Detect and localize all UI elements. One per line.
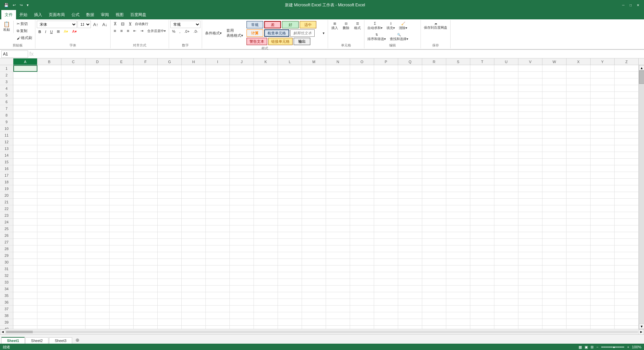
cell-G10[interactable] (158, 125, 182, 132)
cell-A34[interactable] (13, 286, 37, 292)
cell-Q40[interactable] (398, 326, 422, 329)
cell-O5[interactable] (350, 92, 374, 99)
cell-N20[interactable] (326, 192, 350, 199)
cell-W12[interactable] (542, 139, 567, 145)
cell-M3[interactable] (302, 78, 326, 85)
cell-O21[interactable] (350, 199, 374, 205)
cell-T9[interactable] (470, 119, 494, 125)
cell-T3[interactable] (470, 78, 494, 85)
cell-T31[interactable] (470, 266, 494, 272)
cell-K14[interactable] (254, 152, 278, 159)
cell-G21[interactable] (158, 199, 182, 205)
cell-Z16[interactable] (615, 165, 639, 172)
cell-Q24[interactable] (398, 219, 422, 225)
cell-R18[interactable] (422, 179, 446, 185)
row-header-32[interactable]: 32 (0, 272, 13, 279)
cell-C4[interactable] (61, 85, 86, 92)
cell-U3[interactable] (494, 78, 518, 85)
cell-T10[interactable] (470, 125, 494, 132)
cell-Q15[interactable] (398, 159, 422, 165)
row-header-34[interactable]: 34 (0, 286, 13, 292)
cell-P30[interactable] (374, 259, 398, 266)
cell-H27[interactable] (182, 239, 206, 245)
cell-M32[interactable] (302, 272, 326, 279)
cell-A37[interactable] (13, 306, 37, 312)
cell-N40[interactable] (326, 326, 350, 329)
cell-R27[interactable] (422, 239, 446, 245)
cell-M24[interactable] (302, 219, 326, 225)
cell-C26[interactable] (61, 232, 86, 239)
cell-Y12[interactable] (591, 139, 615, 145)
cell-V25[interactable] (518, 225, 542, 232)
cell-N9[interactable] (326, 119, 350, 125)
customize-quick-btn[interactable]: ▾ (25, 2, 30, 8)
cell-H31[interactable] (182, 266, 206, 272)
cell-T38[interactable] (470, 312, 494, 319)
cell-Q4[interactable] (398, 85, 422, 92)
cell-T28[interactable] (470, 245, 494, 252)
cell-Q28[interactable] (398, 245, 422, 252)
cell-M30[interactable] (302, 259, 326, 266)
formula-input[interactable] (35, 51, 643, 57)
cell-T32[interactable] (470, 272, 494, 279)
cell-S32[interactable] (446, 272, 470, 279)
cell-T26[interactable] (470, 232, 494, 239)
cell-O8[interactable] (350, 112, 374, 119)
col-header-M[interactable]: M (302, 58, 326, 65)
cell-V31[interactable] (518, 266, 542, 272)
cell-I9[interactable] (206, 119, 230, 125)
cell-F21[interactable] (134, 199, 158, 205)
cell-L27[interactable] (278, 239, 302, 245)
cell-K28[interactable] (254, 245, 278, 252)
cell-S7[interactable] (446, 105, 470, 112)
cell-W10[interactable] (542, 125, 567, 132)
cell-G8[interactable] (158, 112, 182, 119)
col-header-A[interactable]: A (13, 58, 37, 65)
cell-V34[interactable] (518, 286, 542, 292)
cell-C34[interactable] (61, 286, 86, 292)
cell-E40[interactable] (110, 326, 134, 329)
cell-D8[interactable] (86, 112, 110, 119)
cell-C17[interactable] (61, 172, 86, 179)
align-top-btn[interactable]: ⊼ (112, 21, 119, 27)
cell-F12[interactable] (134, 139, 158, 145)
cell-Y19[interactable] (591, 185, 615, 192)
cell-H16[interactable] (182, 165, 206, 172)
cell-L8[interactable] (278, 112, 302, 119)
cell-J39[interactable] (230, 319, 254, 326)
cell-D11[interactable] (86, 132, 110, 139)
row-header-29[interactable]: 29 (0, 252, 13, 259)
cell-V28[interactable] (518, 245, 542, 252)
cell-X29[interactable] (567, 252, 591, 259)
font-name-selector[interactable]: 宋体 微软雅黑 Arial (37, 21, 77, 28)
cell-Y29[interactable] (591, 252, 615, 259)
cell-O3[interactable] (350, 78, 374, 85)
cell-L12[interactable] (278, 139, 302, 145)
align-left-btn[interactable]: ≡ (112, 28, 118, 34)
cell-W38[interactable] (542, 312, 567, 319)
cell-F24[interactable] (134, 219, 158, 225)
cell-O25[interactable] (350, 225, 374, 232)
cell-N7[interactable] (326, 105, 350, 112)
cell-L20[interactable] (278, 192, 302, 199)
wrap-text-btn[interactable]: 自动换行 (134, 21, 149, 27)
cell-F16[interactable] (134, 165, 158, 172)
row-header-10[interactable]: 10 (0, 125, 13, 132)
row-header-16[interactable]: 16 (0, 165, 13, 172)
cell-N24[interactable] (326, 219, 350, 225)
sheet-tab-sheet1[interactable]: Sheet1 (1, 337, 25, 344)
row-header-6[interactable]: 6 (0, 99, 13, 105)
cell-W20[interactable] (542, 192, 567, 199)
cell-Q29[interactable] (398, 252, 422, 259)
cell-R1[interactable] (422, 65, 446, 72)
cell-E38[interactable] (110, 312, 134, 319)
style-link-cell[interactable]: 链接单元格 (268, 38, 293, 45)
cell-I3[interactable] (206, 78, 230, 85)
cell-Q18[interactable] (398, 179, 422, 185)
col-header-H[interactable]: H (182, 58, 206, 65)
cell-V37[interactable] (518, 306, 542, 312)
cell-N33[interactable] (326, 279, 350, 286)
cell-G39[interactable] (158, 319, 182, 326)
cell-W35[interactable] (542, 292, 567, 299)
cell-F2[interactable] (134, 72, 158, 78)
